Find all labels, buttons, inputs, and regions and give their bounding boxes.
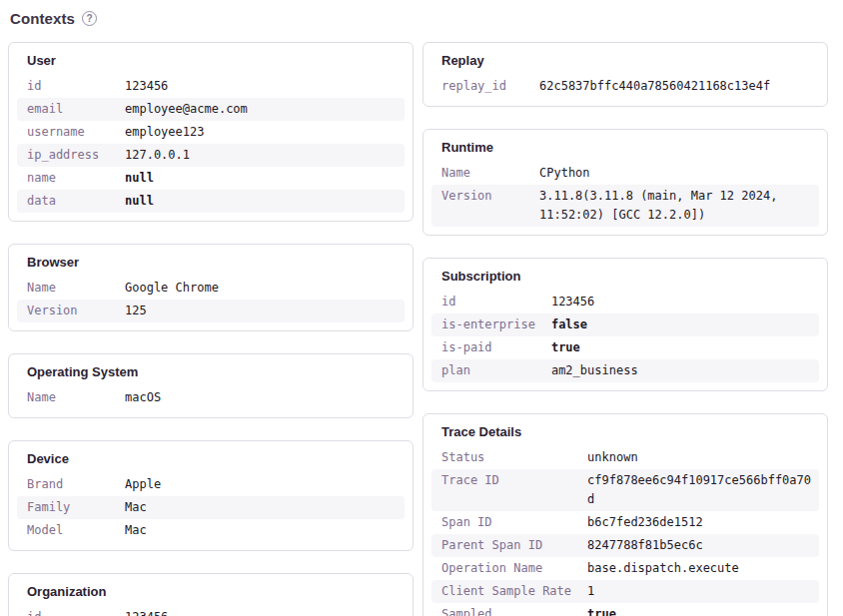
context-row-family: FamilyMac (17, 496, 405, 519)
key-value-table: StatusunknownTrace IDcf9f878ee6c94f10917… (431, 446, 819, 616)
row-value: null (115, 190, 405, 213)
context-row-ip-address: ip_address127.0.0.1 (17, 144, 405, 167)
context-row-id: id123456 (431, 291, 819, 313)
context-card-runtime: Runtime NameCPythonVersion3.11.8(3.11.8 … (422, 129, 828, 236)
context-row-client-sample-rate: Client Sample Rate1 (431, 580, 819, 603)
context-card-browser: Browser NameGoogle ChromeVersion125 (8, 244, 414, 331)
row-value: null (115, 167, 405, 190)
context-card-trace-details: Trace Details StatusunknownTrace IDcf9f8… (422, 413, 828, 616)
card-title: Browser (27, 255, 405, 270)
row-key: id (17, 75, 115, 98)
row-key: ip_address (17, 144, 115, 167)
card-title: Organization (27, 584, 405, 599)
row-value: Google Chrome (115, 277, 405, 300)
row-value: employee123 (115, 121, 405, 144)
key-value-table: NameCPythonVersion3.11.8(3.11.8 (main, M… (431, 162, 819, 227)
row-key: Version (431, 185, 529, 227)
key-value-table: replay_id62c5837bffc440a78560421168c13e4… (431, 75, 819, 98)
row-key: Operation Name (431, 557, 577, 580)
row-value: 123456 (115, 75, 405, 98)
key-value-table: id123456emailemployee@acme.comusernameem… (17, 75, 405, 213)
card-title: Runtime (441, 140, 819, 155)
context-card-organization: Organization id123456slugacme (8, 573, 414, 616)
context-row-name: namenull (17, 167, 405, 190)
context-row-parent-span-id: Parent Span ID8247788f81b5ec6c (431, 534, 819, 557)
row-value: am2_business (541, 359, 819, 382)
row-key: Name (431, 162, 529, 185)
key-value-table: NamemacOS (17, 386, 405, 409)
context-card-replay: Replay replay_id62c5837bffc440a785604211… (422, 42, 828, 107)
row-value: 123456 (115, 606, 405, 616)
column-right: Replay replay_id62c5837bffc440a785604211… (422, 42, 828, 616)
row-key: Parent Span ID (431, 534, 577, 557)
context-row-is-enterprise: is-enterprisefalse (431, 313, 819, 336)
row-key: Name (17, 386, 115, 409)
context-row-brand: BrandApple (17, 473, 405, 496)
context-row-replay-id: replay_id62c5837bffc440a78560421168c13e4… (431, 75, 819, 98)
key-value-table: BrandAppleFamilyMacModelMac (17, 473, 405, 542)
context-row-span-id: Span IDb6c7fed236de1512 (431, 511, 819, 534)
row-value: Mac (115, 519, 405, 542)
context-card-operating-system: Operating System NamemacOS (8, 353, 414, 418)
context-row-operation-name: Operation Namebase.dispatch.execute (431, 557, 819, 580)
row-value: 127.0.0.1 (115, 144, 405, 167)
trace-id-link[interactable]: cf9f878ee6c94f10917ce566bff0a70d (577, 469, 819, 511)
context-row-name: NameGoogle Chrome (17, 277, 405, 300)
page-title: Contexts (10, 10, 75, 27)
key-value-table: id123456is-enterprisefalseis-paidtruepla… (431, 291, 819, 382)
row-value: true (577, 603, 819, 616)
row-key: Status (431, 446, 577, 469)
row-key: Span ID (431, 511, 577, 534)
row-key: data (17, 190, 115, 213)
context-card-subscription: Subscription id123456is-enterprisefalsei… (422, 258, 828, 391)
row-value: 123456 (541, 291, 819, 313)
row-value: 8247788f81b5ec6c (577, 534, 819, 557)
row-value: 62c5837bffc440a78560421168c13e4f (529, 75, 819, 98)
context-row-username: usernameemployee123 (17, 121, 405, 144)
context-row-name: NamemacOS (17, 386, 405, 409)
context-row-id: id123456 (17, 606, 405, 616)
row-key: Family (17, 496, 115, 519)
row-key: Trace ID (431, 469, 577, 511)
row-value: Apple (115, 473, 405, 496)
card-title: Subscription (441, 269, 819, 284)
row-value: employee@acme.com (115, 98, 405, 121)
card-title: User (27, 53, 405, 68)
row-key: Client Sample Rate (431, 580, 577, 603)
row-key: id (17, 606, 115, 616)
row-key: name (17, 167, 115, 190)
row-value: 1 (577, 580, 819, 603)
row-key: Sampled (431, 603, 577, 616)
context-row-id: id123456 (17, 75, 405, 98)
card-title: Operating System (27, 364, 405, 379)
row-key: Version (17, 300, 115, 322)
context-row-data: datanull (17, 190, 405, 213)
contexts-grid: User id123456emailemployee@acme.comusern… (8, 42, 828, 616)
card-title: Trace Details (441, 424, 819, 439)
row-value: Mac (115, 496, 405, 519)
context-card-user: User id123456emailemployee@acme.comusern… (8, 42, 414, 222)
row-key: Model (17, 519, 115, 542)
context-row-name: NameCPython (431, 162, 819, 185)
row-key: is-enterprise (431, 313, 541, 336)
column-left: User id123456emailemployee@acme.comusern… (8, 42, 414, 616)
context-row-is-paid: is-paidtrue (431, 336, 819, 359)
row-value: 125 (115, 300, 405, 322)
context-row-email: emailemployee@acme.com (17, 98, 405, 121)
row-value: CPython (529, 162, 819, 185)
contexts-section: Contexts ? User id123456emailemployee@ac… (0, 0, 843, 616)
context-row-version: Version125 (17, 300, 405, 322)
context-row-trace-id: Trace IDcf9f878ee6c94f10917ce566bff0a70d (431, 469, 819, 511)
row-key: Brand (17, 473, 115, 496)
row-key: Name (17, 277, 115, 300)
context-row-version: Version3.11.8(3.11.8 (main, Mar 12 2024,… (431, 185, 819, 227)
row-key: username (17, 121, 115, 144)
card-title: Device (27, 451, 405, 466)
card-title: Replay (441, 53, 819, 68)
row-value: base.dispatch.execute (577, 557, 819, 580)
row-key: plan (431, 359, 541, 382)
context-row-status: Statusunknown (431, 446, 819, 469)
help-icon[interactable]: ? (82, 11, 97, 26)
row-key: email (17, 98, 115, 121)
context-row-sampled: Sampledtrue (431, 603, 819, 616)
